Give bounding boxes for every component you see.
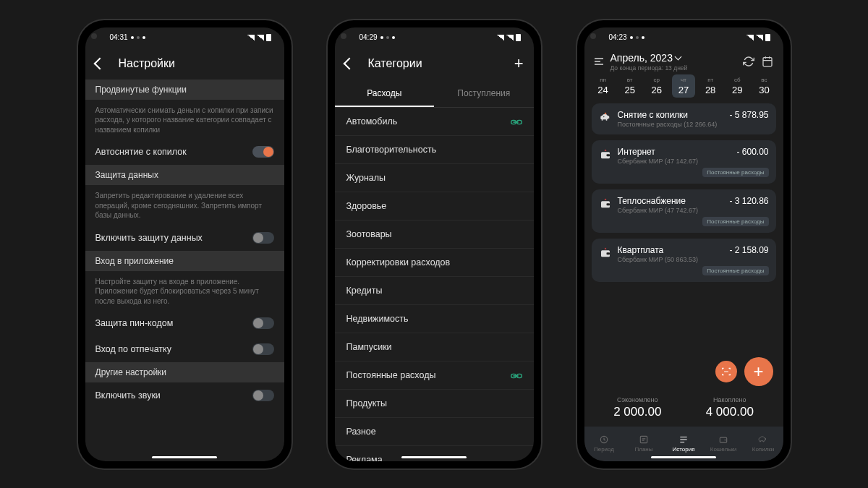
day-number: 25 (624, 85, 634, 95)
category-row[interactable]: Здоровье (335, 192, 534, 221)
category-label: Постоянные расходы (346, 370, 436, 380)
day-cell[interactable]: ср26 (645, 74, 668, 98)
menu-icon[interactable] (595, 58, 603, 65)
status-bar: 04:23 (584, 27, 783, 48)
transaction-amount: - 2 158.09 (729, 245, 768, 255)
day-of-week: вт (627, 77, 633, 83)
summary-bar: Сэкономлено 2 000.00 Накоплено 4 000.00 (584, 392, 783, 427)
setting-row[interactable]: Защита пин-кодом (85, 310, 284, 336)
nav-label: История (672, 446, 694, 453)
day-cell[interactable]: сб29 (726, 74, 749, 98)
setting-row[interactable]: Включить звуки (85, 382, 284, 408)
category-row[interactable]: Продукты (335, 390, 534, 418)
transaction-subtitle: Сбербанк МИР (50 863.53) (618, 256, 769, 263)
transaction-title: Интернет (618, 147, 655, 157)
add-category-button[interactable]: + (514, 54, 524, 73)
status-bar: 04:29 (335, 27, 534, 48)
calendar-icon[interactable] (762, 56, 773, 67)
section-description: Настройте защиту на входе в приложение. … (85, 271, 284, 311)
category-row[interactable]: Пампусики (335, 333, 534, 361)
setting-label: Включить защиту данных (95, 233, 203, 243)
wallet-icon (599, 247, 612, 260)
transaction-title: Теплоснабжение (618, 196, 686, 206)
home-indicator[interactable] (401, 456, 467, 458)
tab-income[interactable]: Поступления (434, 80, 534, 107)
category-row[interactable]: Постоянные расходы (335, 361, 534, 390)
toggle-switch[interactable] (252, 390, 274, 401)
signal-icon (746, 35, 754, 40)
setting-label: Защита пин-кодом (95, 318, 174, 328)
transaction-subtitle: Сбербанк МИР (47 142.67) (618, 158, 769, 165)
stored-label: Накоплено (684, 396, 776, 403)
category-row[interactable]: Разное (335, 418, 534, 446)
category-label: Здоровье (346, 201, 387, 211)
svg-rect-13 (720, 437, 726, 442)
category-row[interactable]: Зоотовары (335, 221, 534, 249)
day-cell[interactable]: пн24 (592, 74, 615, 98)
transaction-card[interactable]: Квартплата- 2 158.09Сбербанк МИР (50 863… (592, 239, 776, 282)
category-label: Журналы (346, 173, 386, 183)
home-indicator[interactable] (152, 456, 217, 458)
day-number: 26 (652, 85, 662, 95)
nav-label: Копилки (752, 446, 775, 453)
nav-label: Планы (634, 446, 652, 453)
setting-row[interactable]: Автоснятие с копилок (85, 139, 284, 165)
back-icon[interactable] (343, 57, 355, 69)
month-picker[interactable]: Апрель, 2023 (610, 52, 736, 64)
status-bar: 04:31 (85, 27, 284, 48)
day-cell[interactable]: пт28 (699, 74, 722, 98)
fab-scan-button[interactable] (715, 361, 737, 382)
home-indicator[interactable] (651, 456, 716, 458)
category-row[interactable]: Журналы (335, 164, 534, 192)
category-row[interactable]: Реклама (335, 446, 534, 461)
setting-row[interactable]: Вход по отпечатку (85, 336, 284, 362)
category-label: Недвижимость (346, 314, 409, 324)
day-cell[interactable]: чт27 (672, 74, 695, 98)
category-label: Благотворительность (346, 145, 437, 155)
category-row[interactable]: Благотворительность (335, 136, 534, 164)
tab-expenses[interactable]: Расходы (335, 80, 435, 107)
setting-row[interactable]: Включить защиту данных (85, 225, 284, 251)
back-icon[interactable] (93, 57, 106, 69)
section-header: Вход в приложение (85, 251, 284, 271)
transaction-card[interactable]: Интернет- 600.00Сбербанк МИР (47 142.67)… (592, 140, 776, 184)
chevron-down-icon (674, 53, 681, 61)
day-number: 30 (759, 85, 769, 95)
section-header: Защита данных (85, 165, 284, 185)
signal-icon (247, 35, 255, 40)
toggle-switch[interactable] (252, 317, 274, 329)
toggle-switch[interactable] (252, 146, 274, 158)
fab-add-button[interactable]: + (744, 357, 773, 386)
nav-item[interactable]: Период (584, 427, 624, 461)
day-cell[interactable]: вт25 (618, 74, 642, 98)
svg-rect-4 (763, 58, 772, 67)
svg-point-14 (724, 440, 726, 441)
setting-label: Вход по отпечатку (95, 344, 171, 354)
link-icon (511, 372, 522, 379)
day-cell[interactable]: вс30 (752, 74, 775, 98)
saved-value: 2 000.00 (592, 405, 684, 419)
nav-label: Кошельки (710, 446, 737, 453)
category-row[interactable]: Корректировки расходов (335, 249, 534, 277)
status-indicator-icon (386, 36, 389, 39)
nav-item[interactable]: Копилки (744, 427, 783, 461)
toggle-switch[interactable] (252, 232, 274, 244)
toggle-switch[interactable] (252, 343, 274, 355)
category-row[interactable]: Автомобиль (335, 108, 534, 136)
nav-icon (639, 435, 649, 445)
transaction-title: Квартплата (618, 245, 664, 255)
sync-icon[interactable] (743, 56, 754, 67)
transaction-subtitle: Постоянные расходы (12 266.64) (618, 121, 769, 128)
status-indicator-icon (131, 36, 134, 39)
transaction-card[interactable]: Теплоснабжение- 3 120.86Сбербанк МИР (47… (592, 189, 776, 233)
day-of-week: чт (681, 77, 686, 83)
battery-icon (266, 34, 271, 41)
day-number: 29 (732, 85, 742, 95)
transaction-card[interactable]: Снятие с копилки- 5 878.95Постоянные рас… (592, 103, 776, 134)
category-row[interactable]: Недвижимость (335, 305, 534, 333)
category-label: Автомобиль (346, 116, 398, 127)
clock: 04:29 (359, 33, 378, 41)
wallet-icon (599, 148, 612, 161)
nav-icon (718, 435, 728, 445)
category-row[interactable]: Кредиты (335, 277, 534, 305)
